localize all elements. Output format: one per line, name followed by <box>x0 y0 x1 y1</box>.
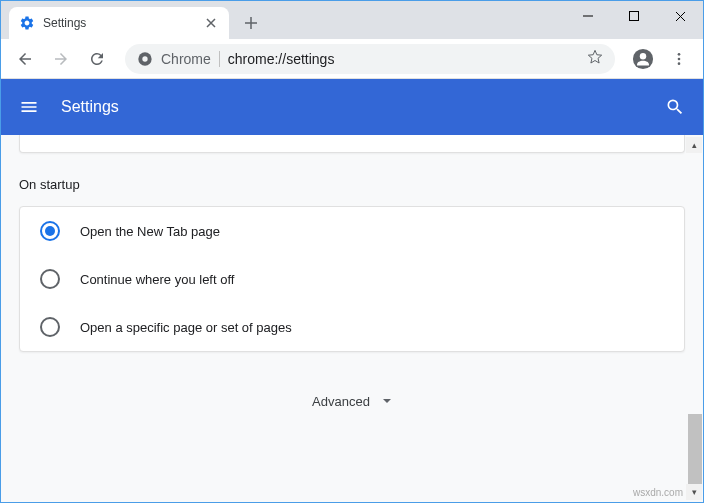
radio-icon <box>40 221 60 241</box>
menu-dots-icon[interactable] <box>663 43 695 75</box>
radio-option-new-tab[interactable]: Open the New Tab page <box>20 207 684 255</box>
scrollbar-up-arrow[interactable]: ▴ <box>686 137 702 153</box>
radio-icon <box>40 317 60 337</box>
new-tab-button[interactable] <box>237 9 265 37</box>
advanced-toggle[interactable]: Advanced <box>1 352 703 430</box>
close-tab-icon[interactable] <box>203 15 219 31</box>
tab-title: Settings <box>43 16 195 30</box>
minimize-button[interactable] <box>565 1 611 31</box>
browser-toolbar: Chrome chrome://settings <box>1 39 703 79</box>
radio-option-specific-pages[interactable]: Open a specific page or set of pages <box>20 303 684 351</box>
svg-point-2 <box>142 56 147 61</box>
chevron-down-icon <box>382 392 392 410</box>
startup-card: Open the New Tab page Continue where you… <box>19 206 685 352</box>
svg-rect-0 <box>630 12 639 21</box>
page-title: Settings <box>61 98 663 116</box>
scrollbar-down-arrow[interactable]: ▾ <box>686 484 702 500</box>
reload-button[interactable] <box>81 43 113 75</box>
svg-point-7 <box>678 62 681 65</box>
svg-point-4 <box>640 53 646 59</box>
chrome-icon <box>137 51 153 67</box>
maximize-button[interactable] <box>611 1 657 31</box>
watermark: wsxdn.com <box>633 487 683 498</box>
back-button[interactable] <box>9 43 41 75</box>
scrollbar-thumb[interactable] <box>688 414 702 484</box>
settings-gear-icon <box>19 15 35 31</box>
settings-header: Settings <box>1 79 703 135</box>
address-bar[interactable]: Chrome chrome://settings <box>125 44 615 74</box>
radio-icon <box>40 269 60 289</box>
svg-point-5 <box>678 53 681 56</box>
radio-label: Open the New Tab page <box>80 224 220 239</box>
close-window-button[interactable] <box>657 1 703 31</box>
window-controls <box>565 1 703 31</box>
previous-section-card <box>19 135 685 153</box>
titlebar: Settings <box>1 1 703 39</box>
radio-option-continue[interactable]: Continue where you left off <box>20 255 684 303</box>
section-title-startup: On startup <box>19 177 685 192</box>
svg-point-6 <box>678 57 681 60</box>
bookmark-star-icon[interactable] <box>587 49 603 69</box>
forward-button[interactable] <box>45 43 77 75</box>
radio-label: Open a specific page or set of pages <box>80 320 292 335</box>
settings-content: On startup Open the New Tab page Continu… <box>1 135 703 502</box>
search-icon[interactable] <box>663 95 687 119</box>
omnibox-url: chrome://settings <box>228 51 579 67</box>
hamburger-menu-icon[interactable] <box>17 95 41 119</box>
profile-button[interactable] <box>627 43 659 75</box>
browser-tab[interactable]: Settings <box>9 7 229 39</box>
radio-label: Continue where you left off <box>80 272 234 287</box>
omnibox-prefix: Chrome <box>161 51 220 67</box>
advanced-label: Advanced <box>312 394 370 409</box>
